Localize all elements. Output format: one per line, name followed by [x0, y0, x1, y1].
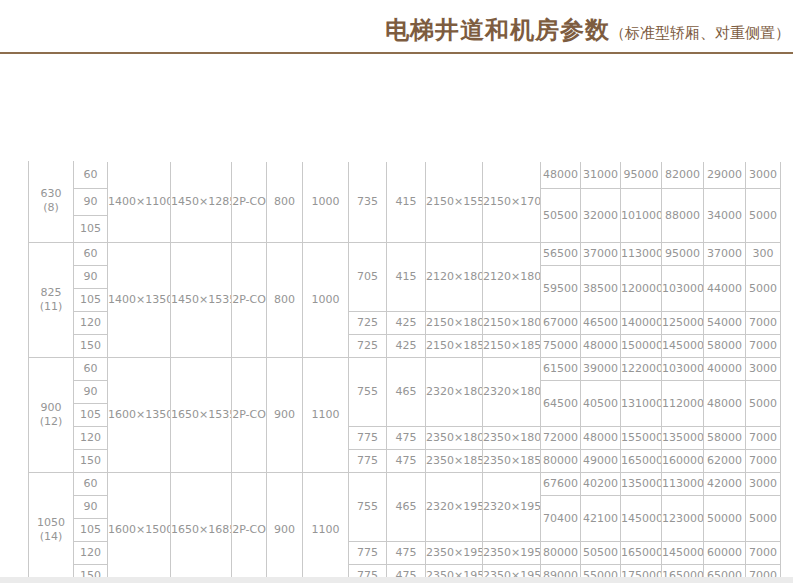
cell-r6: 54000: [704, 311, 746, 334]
cell-r7: 7000: [746, 311, 781, 334]
cell-r6: 50000: [704, 495, 746, 541]
cell-speed: 90: [74, 265, 108, 288]
cell-r6: 48000: [704, 380, 746, 426]
cell-r7: 7000: [746, 426, 781, 449]
cell-r3: 165000: [621, 541, 662, 564]
cell-pier2: 425: [387, 334, 426, 357]
cell-shaft-xy: 2150×1800: [426, 311, 483, 334]
cell-r6: 40000: [704, 357, 746, 380]
cell-door-type: 2P-CO: [232, 357, 267, 472]
cell-r2: 40500: [581, 380, 621, 426]
cell-r1: 48000: [541, 160, 581, 188]
cell-hole-width: 1000: [303, 160, 349, 242]
cell-r2: 42100: [581, 495, 621, 541]
cell-r4: 112000: [662, 380, 704, 426]
cell-room-st: 2150×1850: [483, 334, 541, 357]
cell-pier1: 775: [349, 426, 387, 449]
cell-room-st: 2350×1800: [483, 426, 541, 449]
cell-speed: 105: [74, 403, 108, 426]
cell-load: 630(8): [29, 160, 74, 242]
cell-r7: 7000: [746, 449, 781, 472]
cell-speed: 90: [74, 495, 108, 518]
cell-r3: 122000: [621, 357, 662, 380]
cell-pier2: 475: [387, 541, 426, 564]
cell-pier2: 415: [387, 160, 426, 242]
cell-r4: 103000: [662, 265, 704, 311]
cell-r6: 58000: [704, 426, 746, 449]
cell-r3: 150000: [621, 334, 662, 357]
cell-speed: 120: [74, 311, 108, 334]
cell-speed: 150: [74, 334, 108, 357]
cell-r1: 59500: [541, 265, 581, 311]
cell-hole-width: 1000: [303, 242, 349, 357]
cell-r7: 5000: [746, 188, 781, 242]
cell-speed: 60: [74, 357, 108, 380]
cell-r2: 50500: [581, 541, 621, 564]
cell-r2: 48000: [581, 334, 621, 357]
cell-r3: 131000: [621, 380, 662, 426]
cell-r2: 48000: [581, 426, 621, 449]
table-row: 825(11) 60 1400×1350 1450×1535 2P-CO 800…: [29, 242, 781, 265]
cell-r1: 80000: [541, 449, 581, 472]
cell-speed: 105: [74, 518, 108, 541]
cell-pier1: 755: [349, 472, 387, 541]
cell-speed: 60: [74, 160, 108, 188]
cell-door-type: 2P-CO: [232, 472, 267, 583]
cell-room-st: 2320×1800: [483, 357, 541, 426]
parameters-table: 载重(kg) (人数) 速度 (m/min) 轿厢尺寸(mm) 门口尺寸(mm)…: [28, 95, 781, 583]
cell-room-st: 2150×1700: [483, 160, 541, 242]
cell-r1: 56500: [541, 242, 581, 265]
header-room-force: 机房支反力(N): [541, 96, 621, 128]
header-shaft-size: 井道尺寸: [426, 96, 483, 128]
cell-pier1: 755: [349, 357, 387, 426]
cell-r1: 75000: [541, 334, 581, 357]
header-row-2: 内尺寸a×b 外尺寸A×B 型式 开门 宽度 门洞 宽度 门垛1 门垛2 X*Y…: [29, 127, 781, 160]
cell-room-st: 2350×1850: [483, 449, 541, 472]
cell-r3: 113000: [621, 242, 662, 265]
header-pit-force: 底坑支反力(N): [621, 96, 781, 128]
cell-pier1: 725: [349, 334, 387, 357]
cell-pier1: 775: [349, 541, 387, 564]
cell-car-outer: 1650×1535: [171, 357, 232, 472]
cell-car-outer: 1650×1685: [171, 472, 232, 583]
cell-r4: 82000: [662, 160, 704, 188]
cell-load: 825(11): [29, 242, 74, 357]
header-car-outer: 外尺寸A×B: [171, 127, 232, 160]
cell-door-type: 2P-CO: [232, 242, 267, 357]
header-door-type: 型式: [232, 127, 267, 160]
cell-r7: 5000: [746, 265, 781, 311]
cell-open-width: 900: [267, 472, 303, 583]
cell-r3: 155000: [621, 426, 662, 449]
header-r6: R6: [704, 127, 746, 160]
cell-r1: 80000: [541, 541, 581, 564]
cell-pier2: 425: [387, 311, 426, 334]
header-room-size: 机房尺寸: [483, 96, 541, 128]
cell-shaft-xy: 2320×1950: [426, 472, 483, 541]
cell-shaft-xy: 2320×1800: [426, 357, 483, 426]
cell-hole-width: 1100: [303, 357, 349, 472]
cell-r4: 113000: [662, 472, 704, 495]
cell-car-inner: 1600×1500: [108, 472, 171, 583]
header-door-open-width: 开门 宽度: [267, 127, 303, 160]
header-car-inner: 内尺寸a×b: [108, 127, 171, 160]
cell-r2: 32000: [581, 188, 621, 242]
cell-speed: 150: [74, 449, 108, 472]
header-r4: R4: [662, 127, 704, 160]
cell-door-type: 2P-CO: [232, 160, 267, 242]
cell-shaft-xy: 2350×1800: [426, 426, 483, 449]
cell-r2: 40200: [581, 472, 621, 495]
cell-speed: 120: [74, 541, 108, 564]
cell-r3: 101000: [621, 188, 662, 242]
cell-room-st: 2150×1800: [483, 311, 541, 334]
header-row-1: 载重(kg) (人数) 速度 (m/min) 轿厢尺寸(mm) 门口尺寸(mm)…: [29, 96, 781, 128]
header-speed: 速度 (m/min): [74, 96, 108, 161]
header-door-hole-width: 门洞 宽度: [303, 127, 349, 160]
cell-r6: 42000: [704, 472, 746, 495]
cell-r4: 160000: [662, 449, 704, 472]
cell-shaft-xy: 2150×1850: [426, 334, 483, 357]
cell-pier2: 475: [387, 426, 426, 449]
cell-r3: 120000: [621, 265, 662, 311]
cell-load: 1050(14): [29, 472, 74, 583]
cell-speed: 105: [74, 215, 108, 242]
cell-r6: 37000: [704, 242, 746, 265]
